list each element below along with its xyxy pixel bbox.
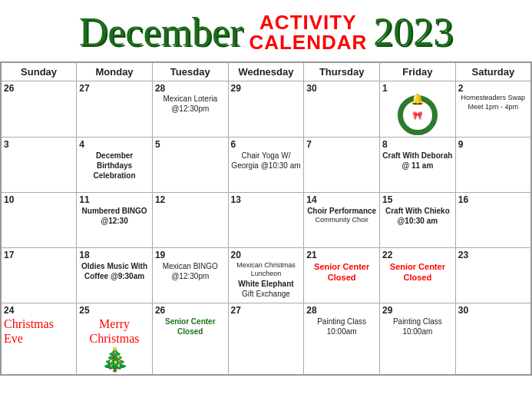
calendar-cell: 12 <box>152 193 228 248</box>
day-number: 5 <box>155 139 226 150</box>
event-label: Community Choir <box>306 216 377 225</box>
day-number: 26 <box>4 83 74 94</box>
day-number: 24 <box>4 305 74 316</box>
day-number: 15 <box>382 194 453 205</box>
day-number: 27 <box>79 83 150 94</box>
day-number: 26 <box>155 305 226 316</box>
day-number: 4 <box>79 139 150 150</box>
day-number: 29 <box>382 305 453 316</box>
christmas-tree: 🎄 <box>101 346 129 373</box>
calendar-cell: 13 <box>228 193 304 248</box>
calendar-label: CALENDAR <box>249 32 367 52</box>
header-monday: Monday <box>77 62 153 81</box>
header-wednesday: Wednesday <box>228 62 304 81</box>
day-number: 17 <box>4 250 74 260</box>
calendar-cell: 14Choir PerformanceCommunity Choir <box>304 193 380 248</box>
calendar-cell: 21Senior Center Closed <box>304 248 380 303</box>
day-number: 23 <box>458 250 528 260</box>
day-number: 30 <box>306 83 377 94</box>
calendar-cell: 29Painting Class 10:00am <box>380 303 456 375</box>
header-tuesday: Tuesday <box>152 62 228 81</box>
day-number: 13 <box>231 194 302 205</box>
activity-label: ACTIVITY <box>259 12 356 32</box>
event-label: Craft With Chieko @10:30 am <box>382 206 453 226</box>
event-label: December Birthdays Celebration <box>79 151 150 181</box>
event-label: Mexican Christmas Luncheon <box>231 261 302 279</box>
day-number: 1 <box>382 83 453 94</box>
day-number: 16 <box>458 194 528 205</box>
event-label: Chair Yoga W/ Georgia @10:30 am <box>231 151 302 171</box>
calendar-cell: 27 <box>77 81 153 138</box>
calendar-cell: 17 <box>1 248 77 303</box>
calendar-cell: 18Oldies Music With Coffee @9:30am <box>77 248 153 303</box>
day-number: 11 <box>79 194 150 205</box>
calendar-cell: 8Craft With Deborah @ 11 am <box>380 138 456 193</box>
calendar-cell: 2Homesteaders Swap Meet 1pm - 4pm <box>455 81 531 138</box>
day-number: 20 <box>231 250 302 260</box>
year-title: 2023 <box>373 12 453 52</box>
day-number: 29 <box>231 83 302 94</box>
calendar-cell: 27 <box>228 303 304 375</box>
day-number: 6 <box>231 139 302 150</box>
header-sunday: Sunday <box>1 62 77 81</box>
day-number: 2 <box>458 83 528 94</box>
calendar-cell: 10 <box>1 193 77 248</box>
event-label: White Elephant <box>231 279 302 289</box>
calendar-cell: 29 <box>228 81 304 138</box>
event-label: Choir Performance <box>306 206 377 216</box>
event-label: Senior Center Closed <box>155 317 226 336</box>
event-label: Numbered BINGO @12:30 <box>79 206 150 226</box>
day-number: 8 <box>382 139 453 150</box>
calendar-cell: 16 <box>455 193 531 248</box>
calendar-cell: 9 <box>455 138 531 193</box>
week-row: 1718Oldies Music With Coffee @9:30am19Me… <box>1 248 531 303</box>
merry-christmas-label: Merry Christmas <box>79 317 150 346</box>
day-number: 21 <box>306 250 377 260</box>
event-label: Craft With Deborah @ 11 am <box>382 151 453 171</box>
day-number: 7 <box>306 139 377 150</box>
event-label: Senior Center Closed <box>306 261 377 283</box>
day-number: 19 <box>155 250 226 260</box>
day-number: 10 <box>4 194 74 205</box>
day-number: 28 <box>155 83 226 94</box>
day-number: 14 <box>306 194 377 205</box>
calendar-cell: 26 <box>1 81 77 138</box>
calendar-cell: 11Numbered BINGO @12:30 <box>77 193 153 248</box>
day-number: 18 <box>79 250 150 260</box>
week-row: 262728Mexican Loteria @12:30pm29301 🎀 🔔 … <box>1 81 531 138</box>
event-label: Senior Center Closed <box>382 261 453 283</box>
event-label: Oldies Music With Coffee @9:30am <box>79 261 150 281</box>
week-row: 34December Birthdays Celebration56Chair … <box>1 138 531 193</box>
calendar-cell: 4December Birthdays Celebration <box>77 138 153 193</box>
day-number: 30 <box>458 305 528 316</box>
day-number: 25 <box>79 305 150 316</box>
wreath-decoration: 🎀 🔔 <box>382 95 453 135</box>
day-number: 28 <box>306 305 377 316</box>
day-number: 9 <box>458 139 528 150</box>
calendar-cell: 20Mexican Christmas LuncheonWhite Elepha… <box>228 248 304 303</box>
calendar-header: December ACTIVITY CALENDAR 2023 <box>0 0 532 61</box>
calendar-cell: 6Chair Yoga W/ Georgia @10:30 am <box>228 138 304 193</box>
event-label: Mexican Loteria @12:30pm <box>155 94 226 114</box>
header-friday: Friday <box>380 62 456 81</box>
header-thursday: Thursday <box>304 62 380 81</box>
christmas-eve-label: Christmas Eve <box>4 317 74 346</box>
calendar-cell: 19Mexican BINGO @12:30pm <box>152 248 228 303</box>
calendar-cell: 7 <box>304 138 380 193</box>
calendar-cell: 28Painting Class 10:00am <box>304 303 380 375</box>
week-row: 1011Numbered BINGO @12:30121314Choir Per… <box>1 193 531 248</box>
event-label: Gift Exchange <box>231 289 302 299</box>
calendar-cell: 30 <box>455 303 531 375</box>
days-of-week-row: Sunday Monday Tuesday Wednesday Thursday… <box>1 62 531 81</box>
event-label: Painting Class 10:00am <box>382 317 453 336</box>
calendar-cell: 3 <box>1 138 77 193</box>
calendar-cell: 5 <box>152 138 228 193</box>
day-number: 22 <box>382 250 453 260</box>
calendar-cell: 28Mexican Loteria @12:30pm <box>152 81 228 138</box>
month-title: December <box>79 12 243 52</box>
day-number: 27 <box>231 305 302 316</box>
calendar-cell: 22Senior Center Closed <box>380 248 456 303</box>
calendar-cell: 30 <box>304 81 380 138</box>
day-number: 3 <box>4 139 74 150</box>
activity-calendar-title: ACTIVITY CALENDAR <box>249 12 367 52</box>
